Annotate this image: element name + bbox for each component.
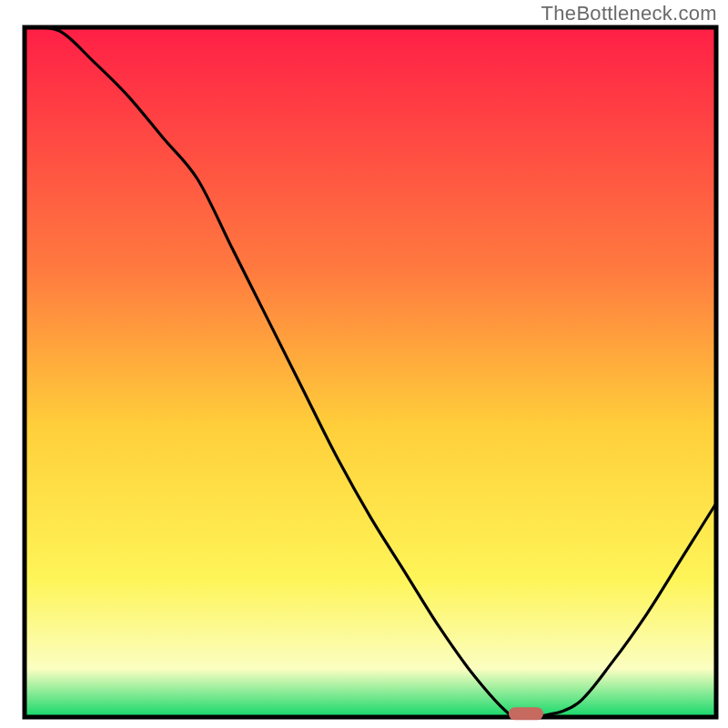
gradient-background — [25, 27, 716, 717]
optimum-marker — [509, 707, 543, 720]
site-watermark: TheBottleneck.com — [541, 2, 717, 25]
bottleneck-chart — [0, 0, 728, 728]
chart-stage: TheBottleneck.com — [0, 0, 728, 728]
